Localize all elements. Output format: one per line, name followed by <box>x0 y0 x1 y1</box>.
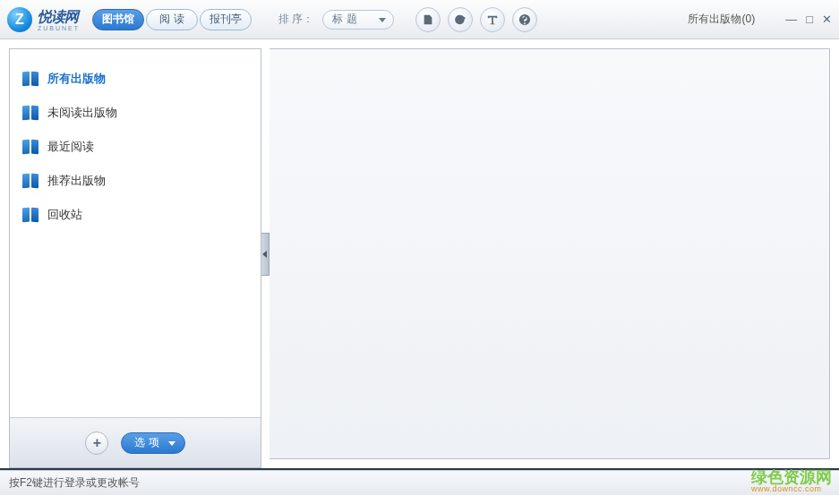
sidebar-collapse-handle[interactable] <box>261 233 270 276</box>
nav-tabs: 图书馆 阅 读 报刊亭 <box>92 9 252 30</box>
add-icon <box>422 13 434 26</box>
sidebar-item-label: 未阅读出版物 <box>47 105 117 121</box>
books-icon <box>22 140 39 154</box>
toolbar-text-button[interactable] <box>480 7 505 32</box>
sidebar-item-all[interactable]: 所有出版物 <box>15 62 255 96</box>
books-icon <box>22 208 39 222</box>
app-logo: Z 悦读网 ZUBUNET <box>7 7 80 32</box>
body-row: 所有出版物 未阅读出版物 最近阅读 推荐出版物 回收站 + 选 项 <box>0 39 839 459</box>
maximize-button[interactable]: □ <box>806 13 813 26</box>
sidebar-footer: + 选 项 <box>10 417 261 467</box>
tab-newsstand[interactable]: 报刊亭 <box>200 9 252 30</box>
sort-label: 排 序： <box>278 12 313 27</box>
help-icon <box>518 13 531 26</box>
sidebar-item-label: 回收站 <box>47 207 82 223</box>
sidebar-list: 所有出版物 未阅读出版物 最近阅读 推荐出版物 回收站 <box>10 49 261 417</box>
top-toolbar: Z 悦读网 ZUBUNET 图书馆 阅 读 报刊亭 排 序： 标 题 所有出版物… <box>0 0 839 39</box>
sidebar: 所有出版物 未阅读出版物 最近阅读 推荐出版物 回收站 + 选 项 <box>9 48 261 468</box>
window-controls: — □ ✕ <box>785 13 832 26</box>
books-icon <box>22 72 39 86</box>
tab-library[interactable]: 图书馆 <box>92 9 144 30</box>
sync-icon <box>454 13 467 26</box>
sort-value: 标 题 <box>332 12 356 27</box>
toolbar-sync-button[interactable] <box>448 7 473 32</box>
options-button[interactable]: 选 项 <box>121 432 184 454</box>
minimize-button[interactable]: — <box>785 13 797 26</box>
sidebar-item-recommend[interactable]: 推荐出版物 <box>15 164 255 198</box>
books-icon <box>22 174 39 188</box>
sidebar-item-label: 所有出版物 <box>47 71 106 87</box>
toolbar-help-button[interactable] <box>512 7 537 32</box>
options-label: 选 项 <box>134 435 158 450</box>
watermark: 绿色资源网 www.downcc.com <box>751 469 832 493</box>
logo-subtext: ZUBUNET <box>38 25 80 31</box>
tab-read[interactable]: 阅 读 <box>146 9 198 30</box>
watermark-line2: www.downcc.com <box>751 485 832 493</box>
books-icon <box>22 106 39 120</box>
logo-text-wrap: 悦读网 ZUBUNET <box>38 8 80 31</box>
logo-text: 悦读网 <box>38 9 78 24</box>
status-bar: 按F2键进行登录或更改帐号 绿色资源网 www.downcc.com <box>0 470 839 495</box>
text-icon <box>486 13 499 26</box>
close-button[interactable]: ✕ <box>822 13 832 26</box>
sidebar-item-unread[interactable]: 未阅读出版物 <box>15 96 255 130</box>
content-area <box>270 48 830 459</box>
sort-dropdown[interactable]: 标 题 <box>322 10 394 30</box>
watermark-line1: 绿色资源网 <box>751 468 832 486</box>
add-category-button[interactable]: + <box>85 431 108 455</box>
toolbar-add-button[interactable] <box>415 7 441 32</box>
status-text: 按F2键进行登录或更改帐号 <box>9 475 140 491</box>
sidebar-item-trash[interactable]: 回收站 <box>15 198 255 232</box>
sidebar-item-recent[interactable]: 最近阅读 <box>15 130 255 164</box>
logo-badge: Z <box>7 7 32 32</box>
sidebar-item-label: 最近阅读 <box>47 139 94 155</box>
sidebar-item-label: 推荐出版物 <box>47 173 106 189</box>
header-status: 所有出版物(0) <box>688 12 755 27</box>
